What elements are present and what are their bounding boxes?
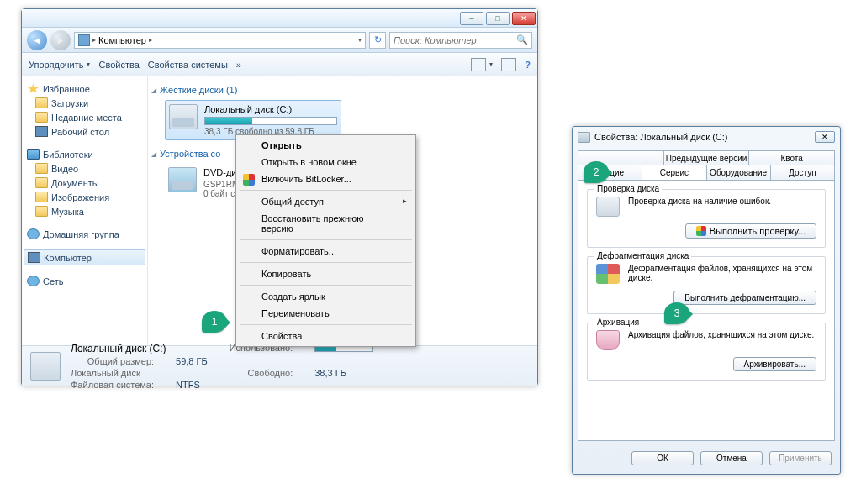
toolbar: Упорядочить Свойства Свойства системы » … <box>22 53 537 76</box>
sidebar-item-downloads[interactable]: Загрузки <box>24 96 145 110</box>
toolbar-system-properties[interactable]: Свойства системы <box>148 60 228 70</box>
breadcrumb-sep: ▸ <box>92 36 96 44</box>
defrag-icon <box>596 264 620 284</box>
sidebar-item-music[interactable]: Музыка <box>24 204 145 218</box>
ctx-properties[interactable]: Свойства <box>238 328 414 344</box>
group-desc: Проверка диска на наличие ошибок. <box>628 197 816 206</box>
group-desc: Дефрагментация файлов, хранящихся на это… <box>628 264 816 282</box>
group-title: Архивация <box>594 318 642 327</box>
section-hard-drives[interactable]: Жесткие диски (1) <box>151 85 534 95</box>
sidebar-item-documents[interactable]: Документы <box>24 176 145 190</box>
breadcrumb-dropdown-icon[interactable]: ▾ <box>358 36 362 44</box>
details-pane: Локальный диск (C:) Использовано: Общий … <box>22 345 537 386</box>
apply-button[interactable]: Применить <box>769 451 832 465</box>
pane-icon <box>501 58 516 71</box>
sidebar-item-pictures[interactable]: Изображения <box>24 190 145 204</box>
toolbar-overflow[interactable]: » <box>236 60 241 70</box>
preview-pane-button[interactable] <box>501 58 516 71</box>
address-bar: ◄ ► ▸ Компьютер ▸ ▾ ↻ 🔍 <box>22 28 537 53</box>
breadcrumb[interactable]: ▸ Компьютер ▸ ▾ <box>74 32 366 49</box>
ctx-create-shortcut[interactable]: Создать ярлык <box>238 288 414 305</box>
sidebar-favorites[interactable]: Избранное <box>24 81 145 96</box>
minimize-button[interactable]: – <box>460 12 483 25</box>
callout-2: 2 <box>584 161 609 183</box>
network-icon <box>27 276 40 286</box>
maximize-button[interactable]: □ <box>486 12 510 25</box>
computer-icon <box>28 252 40 263</box>
disk-check-icon <box>596 197 620 217</box>
toolbar-organize[interactable]: Упорядочить <box>29 60 90 70</box>
ctx-share[interactable]: Общий доступ <box>238 193 414 210</box>
tab-sharing[interactable]: Доступ <box>770 165 835 180</box>
cancel-button[interactable]: Отмена <box>700 451 763 465</box>
close-button[interactable]: ✕ <box>512 12 536 25</box>
group-desc: Архивация файлов, хранящихся на этом дис… <box>628 330 816 339</box>
sidebar-computer[interactable]: Компьютер <box>24 249 145 265</box>
tab-tools[interactable]: Сервис <box>642 165 706 180</box>
ctx-bitlocker[interactable]: Включить BitLocker... <box>238 171 414 187</box>
folder-icon <box>35 177 48 188</box>
details-subtitle: Локальный диск <box>71 368 208 378</box>
sidebar-network[interactable]: Сеть <box>24 274 145 288</box>
homegroup-icon <box>27 228 40 239</box>
ctx-restore-version[interactable]: Восстановить прежнюю версию <box>238 210 414 237</box>
breadcrumb-computer[interactable]: Компьютер <box>98 35 146 45</box>
group-defrag: Дефрагментация диска Дефрагментация файл… <box>587 256 826 314</box>
search-box[interactable]: 🔍 <box>389 32 532 49</box>
callout-3: 3 <box>664 302 689 324</box>
back-button[interactable]: ◄ <box>27 30 47 50</box>
view-icon <box>471 58 486 71</box>
ctx-copy[interactable]: Копировать <box>238 265 414 282</box>
search-icon: 🔍 <box>516 34 528 45</box>
sidebar-homegroup[interactable]: Домашняя группа <box>24 227 145 241</box>
sidebar: Избранное Загрузки Недавние места Рабочи… <box>22 76 148 345</box>
shield-icon <box>696 226 706 236</box>
dvd-icon <box>168 167 197 192</box>
sidebar-item-desktop[interactable]: Рабочий стол <box>24 124 145 139</box>
check-now-button[interactable]: Выполнить проверку... <box>685 223 816 239</box>
shield-icon <box>243 174 255 186</box>
group-title: Дефрагментация диска <box>594 251 691 260</box>
tab-quota[interactable]: Квота <box>748 150 835 165</box>
view-mode-button[interactable] <box>471 58 493 71</box>
folder-icon <box>35 112 48 123</box>
forward-button[interactable]: ► <box>50 30 71 50</box>
desktop-icon <box>35 126 48 137</box>
drive-name: Локальный диск (C:) <box>204 104 337 114</box>
ctx-open[interactable]: Открыть <box>238 137 414 154</box>
toolbar-properties[interactable]: Свойства <box>98 60 139 70</box>
sidebar-libraries[interactable]: Библиотеки <box>24 147 145 161</box>
group-backup: Архивация Архивация файлов, хранящихся н… <box>587 323 826 381</box>
ctx-rename[interactable]: Переименовать <box>238 305 414 322</box>
backup-icon <box>596 330 620 350</box>
dialog-buttons: ОК Отмена Применить <box>573 446 840 474</box>
defragment-now-button[interactable]: Выполнить дефрагментацию... <box>673 291 816 305</box>
dialog-close-button[interactable]: ✕ <box>815 131 835 143</box>
ctx-format[interactable]: Форматировать... <box>238 243 414 260</box>
computer-icon <box>78 34 90 46</box>
group-check-disk: Проверка диска Проверка диска на наличие… <box>587 189 826 248</box>
sidebar-item-recent[interactable]: Недавние места <box>24 110 145 124</box>
callout-1: 1 <box>202 311 227 333</box>
refresh-icon: ↻ <box>374 34 382 45</box>
search-input[interactable] <box>394 35 513 45</box>
backup-now-button[interactable]: Архивировать... <box>733 357 816 371</box>
group-title: Проверка диска <box>594 184 662 193</box>
refresh-button[interactable]: ↻ <box>369 32 386 49</box>
drive-usage-bar <box>204 117 337 125</box>
sidebar-item-videos[interactable]: Видео <box>24 161 145 176</box>
tab-panel-tools: Проверка диска Проверка диска на наличие… <box>578 180 835 441</box>
ctx-open-new-window[interactable]: Открыть в новом окне <box>238 154 414 171</box>
libraries-icon <box>27 149 40 160</box>
star-icon <box>27 83 40 94</box>
ok-button[interactable]: ОК <box>631 451 694 465</box>
drive-icon <box>578 132 590 143</box>
help-button[interactable]: ? <box>525 60 531 70</box>
tab-hardware[interactable]: Оборудование <box>706 165 771 180</box>
tab-previous-versions[interactable]: Предыдущие версии <box>663 150 750 165</box>
breadcrumb-sep: ▸ <box>149 36 152 44</box>
titlebar: – □ ✕ <box>22 9 537 28</box>
context-menu: Открыть Открыть в новом окне Включить Bi… <box>235 134 416 347</box>
dialog-titlebar: Свойства: Локальный диск (C:) ✕ <box>573 127 840 147</box>
properties-dialog: Свойства: Локальный диск (C:) ✕ Безопасн… <box>572 126 841 475</box>
